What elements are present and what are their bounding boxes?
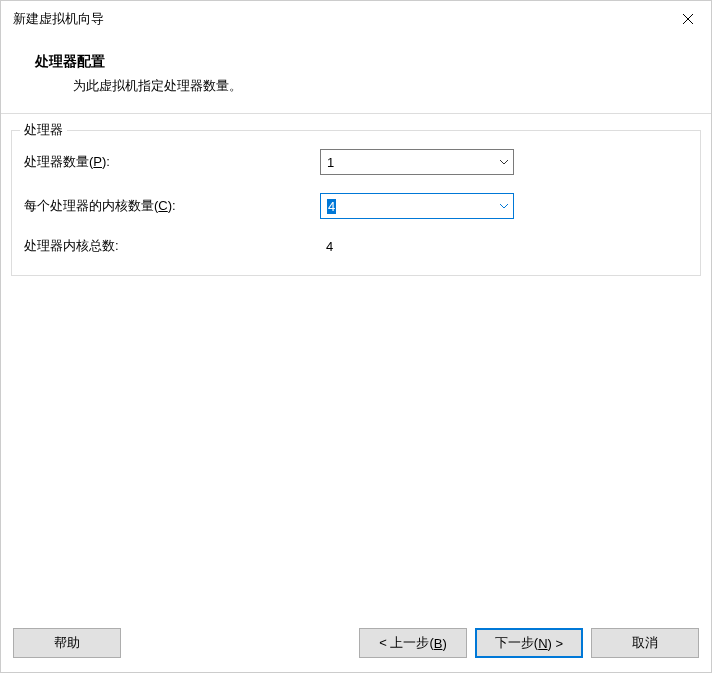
window-title: 新建虚拟机向导 [13, 10, 104, 28]
cores-value: 4 [327, 199, 499, 214]
help-button[interactable]: 帮助 [13, 628, 121, 658]
wizard-window: 新建虚拟机向导 处理器配置 为此虚拟机指定处理器数量。 处理器 处理器数量(P)… [0, 0, 712, 673]
chevron-down-icon [499, 159, 509, 165]
processor-group: 处理器 处理器数量(P): 1 每个处理器的内核数量(C): 4 [11, 130, 701, 276]
footer: 帮助 < 上一步(B) 下一步(N) > 取消 [1, 616, 711, 672]
page-description: 为此虚拟机指定处理器数量。 [73, 77, 687, 95]
processors-row: 处理器数量(P): 1 [24, 149, 688, 175]
total-value: 4 [320, 239, 333, 254]
group-title: 处理器 [20, 121, 67, 139]
back-button[interactable]: < 上一步(B) [359, 628, 467, 658]
total-row: 处理器内核总数: 4 [24, 237, 688, 255]
cancel-button[interactable]: 取消 [591, 628, 699, 658]
total-label: 处理器内核总数: [24, 237, 320, 255]
chevron-down-icon [499, 203, 509, 209]
cores-combo[interactable]: 4 [320, 193, 514, 219]
processors-value: 1 [327, 155, 499, 170]
cores-row: 每个处理器的内核数量(C): 4 [24, 193, 688, 219]
processors-combo[interactable]: 1 [320, 149, 514, 175]
close-icon [682, 13, 694, 25]
page-title: 处理器配置 [35, 53, 687, 71]
next-button[interactable]: 下一步(N) > [475, 628, 583, 658]
titlebar: 新建虚拟机向导 [1, 1, 711, 37]
content-area: 处理器 处理器数量(P): 1 每个处理器的内核数量(C): 4 [1, 114, 711, 616]
processors-label: 处理器数量(P): [24, 153, 320, 171]
header-panel: 处理器配置 为此虚拟机指定处理器数量。 [1, 37, 711, 114]
cores-label: 每个处理器的内核数量(C): [24, 197, 320, 215]
close-button[interactable] [665, 1, 711, 37]
